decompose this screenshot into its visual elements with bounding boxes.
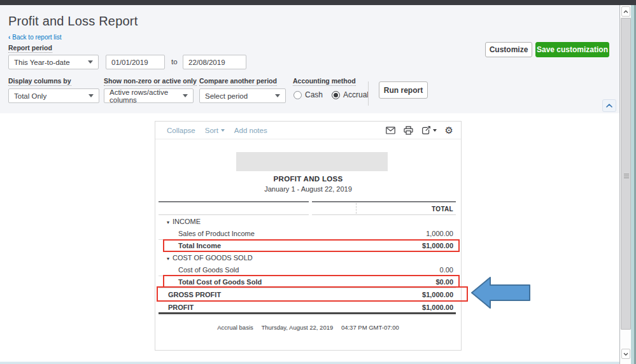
table-row-profit[interactable]: PROFIT $1,000.00 xyxy=(159,301,456,312)
display-columns-select[interactable]: Total Only xyxy=(8,88,99,103)
report-date-text: Thursday, August 22, 2019 xyxy=(261,324,333,331)
back-to-report-list-link[interactable]: ‹Back to report list xyxy=(8,34,62,41)
chevron-down-icon xyxy=(275,94,280,97)
radio-circle-icon xyxy=(293,91,302,99)
scrollbar-up-button[interactable] xyxy=(621,6,630,17)
left-arrow-annotation xyxy=(470,276,532,309)
accrual-radio[interactable]: Accrual xyxy=(332,90,369,99)
chevron-down-icon xyxy=(623,353,628,356)
chevron-down-icon xyxy=(88,60,93,64)
email-icon[interactable] xyxy=(386,127,395,134)
save-customization-button[interactable]: Save customization xyxy=(535,42,609,57)
sort-dropdown[interactable]: Sort xyxy=(205,127,225,134)
export-icon[interactable] xyxy=(421,126,437,135)
date-to-input[interactable] xyxy=(183,55,246,69)
app-window: Profit and Loss Report ‹Back to report l… xyxy=(0,0,636,364)
report-action-icons: ⚙ xyxy=(386,125,453,135)
table-row-income-section[interactable]: ▾INCOME xyxy=(159,215,456,227)
add-notes-link[interactable]: Add notes xyxy=(234,127,267,134)
collapse-caret-icon[interactable]: ▾ xyxy=(167,256,169,262)
compare-period-value: Select period xyxy=(205,92,248,100)
report-period-select[interactable]: This Year-to-date xyxy=(8,55,99,69)
column-divider xyxy=(356,203,357,214)
compare-period-label: Compare another period xyxy=(199,77,277,85)
report-toolbar: Collapse Sort Add notes xyxy=(155,122,461,139)
to-label: to xyxy=(171,58,178,66)
report-time-text: 04:37 PM GMT-07:00 xyxy=(341,324,399,331)
table-row-gross-profit[interactable]: GROSS PROFIT $1,000.00 xyxy=(159,288,456,301)
settings-gear-icon[interactable]: ⚙ xyxy=(445,125,453,135)
report-date-range: January 1 - August 22, 2019 xyxy=(155,185,461,193)
table-row-cogs-section[interactable]: ▾COST OF GOODS SOLD xyxy=(159,251,456,263)
report-filter-panel: Profit and Loss Report ‹Back to report l… xyxy=(0,5,619,113)
scrollbar-grip-icon xyxy=(624,174,629,179)
cash-radio-label: Cash xyxy=(305,90,323,99)
collapse-link[interactable]: Collapse xyxy=(167,127,195,134)
chevron-down-icon xyxy=(221,129,225,132)
nonzero-select[interactable]: Active rows/active columns xyxy=(104,88,194,103)
table-column-header: TOTAL xyxy=(159,201,456,215)
chevron-down-icon xyxy=(433,129,437,132)
chevron-up-icon xyxy=(623,10,628,13)
browser-top-bar xyxy=(0,0,636,5)
print-icon[interactable] xyxy=(404,126,413,135)
report-period-label: Report period xyxy=(8,44,52,52)
compare-period-select[interactable]: Select period xyxy=(199,88,286,103)
table-row-total-income[interactable]: Total Income $1,000.00 xyxy=(159,239,456,251)
customize-button[interactable]: Customize xyxy=(485,42,532,57)
table-row-total-cogs[interactable]: Total Cost of Goods Sold $0.00 xyxy=(159,276,456,288)
company-name-redaction-box xyxy=(236,152,388,171)
report-card: Collapse Sort Add notes xyxy=(155,121,462,351)
chevron-up-icon xyxy=(606,104,612,108)
chevron-down-icon xyxy=(183,94,188,97)
report-period-value: This Year-to-date xyxy=(14,59,70,66)
scrollbar-down-button[interactable] xyxy=(621,349,630,359)
display-columns-value: Total Only xyxy=(14,92,46,100)
collapse-caret-icon[interactable]: ▾ xyxy=(167,220,169,225)
chevron-down-icon xyxy=(88,94,94,97)
date-from-input[interactable] xyxy=(106,55,165,69)
cash-radio[interactable]: Cash xyxy=(293,90,323,99)
table-row-cost-of-goods-sold[interactable]: Cost of Goods Sold 0.00 xyxy=(159,263,456,276)
scrollbar-thumb[interactable] xyxy=(621,18,631,330)
nonzero-label: Show non-zero or active only xyxy=(104,77,197,85)
accrual-basis-text: Accrual basis xyxy=(217,324,253,331)
run-report-button[interactable]: Run report xyxy=(379,81,428,99)
vertical-scrollbar[interactable] xyxy=(619,5,631,364)
report-title: PROFIT AND LOSS xyxy=(155,175,461,183)
window-bottom-edge xyxy=(0,361,636,364)
table-row-sales-of-product-income[interactable]: Sales of Product Income 1,000.00 xyxy=(159,227,456,239)
accrual-radio-label: Accrual xyxy=(343,90,369,99)
nonzero-value: Active rows/active columns xyxy=(110,88,179,104)
accounting-method-radio-group: Cash Accrual xyxy=(293,90,369,99)
header-bottom-rule xyxy=(159,214,456,215)
accounting-method-label: Accounting method xyxy=(293,77,356,85)
collapse-filter-panel-button[interactable] xyxy=(602,99,616,112)
total-column-header: TOTAL xyxy=(432,206,453,213)
header-top-rule xyxy=(159,201,456,202)
radio-circle-icon xyxy=(332,91,340,99)
profit-loss-table: TOTAL ▾INCOME Sales of Product Income 1,… xyxy=(159,201,456,312)
report-footer: Accrual basis Thursday, August 22, 2019 … xyxy=(155,324,461,331)
vertical-divider xyxy=(368,81,369,106)
right-scroll-rail xyxy=(619,5,636,364)
display-columns-label: Display columns by xyxy=(8,77,71,85)
page-title: Profit and Loss Report xyxy=(8,14,138,29)
chevron-left-icon: ‹ xyxy=(8,34,10,41)
